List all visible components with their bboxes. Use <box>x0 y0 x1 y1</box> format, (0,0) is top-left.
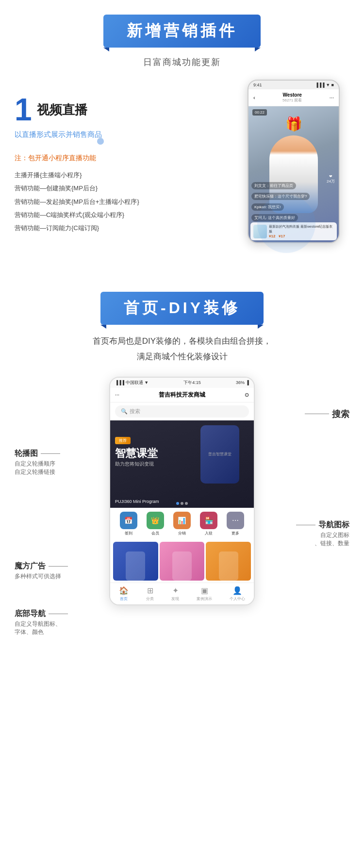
diy-title: 首页-DIY装修 <box>100 292 264 325</box>
circle-decoration <box>257 195 315 253</box>
bottom-nav-label: 底部导航 <box>15 609 46 619</box>
feature-title: 视频直播 <box>37 101 87 118</box>
back-icon[interactable]: ‹ <box>253 95 255 100</box>
discover-icon: ✦ <box>172 586 179 595</box>
banner-main-text: 智慧课堂 <box>115 446 158 461</box>
feature-number: 1 <box>15 94 32 125</box>
followers-count: 56271 观看 <box>282 98 302 103</box>
target-icon[interactable]: ⊙ <box>245 392 249 398</box>
banner-text-area: 推荐 智慧课堂 助力您将知识变现 <box>115 435 158 467</box>
feature-number-badge: 1 视频直播 <box>15 94 248 125</box>
diy-nav-icons: 📅 签到 👑 会员 📊 分销 🏪 入驻 <box>110 508 254 540</box>
nav-icon-box: 👑 <box>147 512 164 529</box>
list-item: 营销功能—订阅能力{C端订阅} <box>15 221 248 234</box>
banner-sub-text: 助力您将知识变现 <box>115 461 158 467</box>
ad-phone-1 <box>126 551 145 581</box>
nav-icon-box: 📊 <box>173 512 191 529</box>
search-label: 搜索 <box>332 408 349 420</box>
gift-icon: 🎁 <box>285 116 302 132</box>
list-item: 营销功能—C端抽奖样式{观众端小程序} <box>15 208 248 221</box>
bottom-nav-item[interactable]: 🏠 首页 <box>119 586 129 601</box>
search-annotation: 搜索 <box>305 408 349 420</box>
nav-icon-box: ⋯ <box>227 512 244 529</box>
diy-phone-frame: ▐▐▐ 中国联通 ▼ 下午4:15 36% ▐ ··· 普吉科技开发商城 <box>109 377 255 605</box>
nav-icons-sub2: 、链接、数量 <box>296 539 349 548</box>
store-title: 普吉科技开发商城 <box>159 391 205 399</box>
magic-annotation: 魔方广告 多种样式可供选择 <box>15 561 68 581</box>
bottom-nav-item[interactable]: ⊞ 分类 <box>146 586 154 601</box>
nav-icon-item[interactable]: 👑 会员 <box>147 512 164 536</box>
magic-ad-3 <box>206 542 251 581</box>
live-duration: 00:22 <box>252 109 267 116</box>
diy-carrier: ▐▐▐ 中国联通 ▼ <box>115 380 149 386</box>
banner-sub2: 自定义轮播链接 <box>15 468 60 476</box>
feature-note: 注：包开通小程序直播功能 <box>15 154 248 163</box>
search-placeholder-text: 搜索 <box>130 408 140 415</box>
diy-description: 首页布局也是DIY装修的，各模块自由组合拼接， 满足商城个性化装修设计 <box>0 334 364 365</box>
home-icon: 🏠 <box>119 586 129 595</box>
bottom-nav-sub2: 字体、颜色 <box>15 628 68 634</box>
phone-status-bar: 9:41 ▐▐▐ ▼ ■ <box>248 81 339 89</box>
diy-title-banner: 首页-DIY装修 <box>0 292 364 325</box>
feature-subtitle: 以直播形式展示并销售商品 <box>15 130 248 139</box>
nav-icon-item[interactable]: 🏪 入驻 <box>200 512 217 536</box>
dot-decoration <box>97 138 104 145</box>
diy-desc-line1: 首页布局也是DIY装修的，各模块自由组合拼接， <box>93 336 271 346</box>
feature-list: 主播开播{主播端小程序} 营销功能—创建抽奖{MP后台} 营销功能—发起抽奖{M… <box>15 168 248 234</box>
banner-label: 轮播图 <box>15 449 38 459</box>
bottom-nav-item[interactable]: ✦ 发现 <box>171 586 179 601</box>
diy-time: 下午4:15 <box>183 380 201 386</box>
nav-icon-item[interactable]: 📊 分销 <box>173 512 191 536</box>
bottom-nav-item[interactable]: 👤 个人中心 <box>230 586 245 601</box>
nav-icon-item[interactable]: ⋯ 更多 <box>227 512 244 536</box>
diy-section: 首页-DIY装修 首页布局也是DIY装修的，各模块自由组合拼接， 满足商城个性化… <box>0 277 364 634</box>
nav-icons-annotation: 导航图标 自定义图标 、链接、数量 <box>296 520 349 548</box>
phone-nav-bar: ‹ Westore 56271 观看 ··· <box>248 89 339 106</box>
marketing-subtitle: 日富商城功能更新 <box>0 56 364 68</box>
ad-phone-2 <box>172 551 192 581</box>
magic-label: 魔方广告 <box>15 561 46 571</box>
left-content: 1 视频直播 以直播形式展示并销售商品 注：包开通小程序直播功能 主播开播{主播… <box>15 80 248 243</box>
phone-mockup-1: 9:41 ▐▐▐ ▼ ■ ‹ Westore 56271 观看 ··· 00:2… <box>248 80 345 243</box>
chat-msg: 刘文文：前往了商品页 <box>251 182 296 189</box>
category-icon: ⊞ <box>147 586 153 595</box>
diy-magic-ads <box>110 540 254 583</box>
banner-annotation: 轮播图 自定义轮播顺序 自定义轮播链接 <box>15 449 60 476</box>
nav-icons-sub1: 自定义图标 <box>296 531 349 539</box>
phone-signal: ▐▐▐ ▼ ■ <box>315 83 334 87</box>
diy-bottom-nav: 🏠 首页 ⊞ 分类 ✦ 发现 ▣ 案例演示 <box>110 583 254 604</box>
diy-demo: ▐▐▐ 中国联通 ▼ 下午4:15 36% ▐ ··· 普吉科技开发商城 <box>0 377 364 605</box>
nav-icon-box: 📅 <box>120 512 137 529</box>
list-item: 主播开播{主播端小程序} <box>15 168 248 182</box>
search-icon: 🔍 <box>121 408 128 415</box>
list-item: 营销功能—创建抽奖{MP后台} <box>15 182 248 195</box>
bottom-nav-annotation: 底部导航 自定义导航图标、 字体、颜色 <box>15 609 68 634</box>
diy-phone-wrapper: ▐▐▐ 中国联通 ▼ 下午4:15 36% ▐ ··· 普吉科技开发商城 <box>10 377 354 605</box>
marketing-title: 新增营销插件 <box>103 15 261 48</box>
magic-ad-2 <box>160 542 205 581</box>
nav-dots[interactable]: ··· <box>115 392 119 398</box>
store-name: Westore <box>282 92 302 98</box>
signal-icon: ▐▐▐ <box>115 380 124 385</box>
diy-status-bar: ▐▐▐ 中国联通 ▼ 下午4:15 36% ▐ <box>110 378 254 388</box>
more-icon[interactable]: ··· <box>330 95 334 100</box>
magic-sub: 多种样式可供选择 <box>15 572 68 581</box>
title-banner-wrapper: 新增营销插件 <box>0 15 364 48</box>
phone-time: 9:41 <box>253 83 262 87</box>
banner-sub1: 自定义轮播顺序 <box>15 460 60 468</box>
nav-icons-label: 导航图标 <box>318 520 349 530</box>
diy-search-bar[interactable]: 🔍 搜索 <box>115 405 249 417</box>
marketing-section: 新增营销插件 日富商城功能更新 1 视频直播 以直播形式展示并销售商品 注：包开… <box>0 0 364 263</box>
nav-icon-item[interactable]: 📅 签到 <box>120 512 137 536</box>
diy-nav-bar: ··· 普吉科技开发商城 ⊙ <box>110 388 254 402</box>
profile-icon: 👤 <box>232 586 242 595</box>
banner-brand: PUJI360 Mini Program <box>115 499 159 504</box>
bottom-nav-item[interactable]: ▣ 案例演示 <box>197 586 212 601</box>
list-item: 营销功能—发起抽奖{MP后台+主播端小程序} <box>15 195 248 208</box>
battery-icon: ▐ <box>246 380 249 385</box>
bottom-nav-sub1: 自定义导航图标、 <box>15 620 68 628</box>
diy-demo-wrapper: ▐▐▐ 中国联通 ▼ 下午4:15 36% ▐ ··· 普吉科技开发商城 <box>0 377 364 605</box>
ad-phone-3 <box>219 551 238 581</box>
diy-battery: 36% ▐ <box>236 380 249 385</box>
nav-icon-box: 🏪 <box>200 512 217 529</box>
